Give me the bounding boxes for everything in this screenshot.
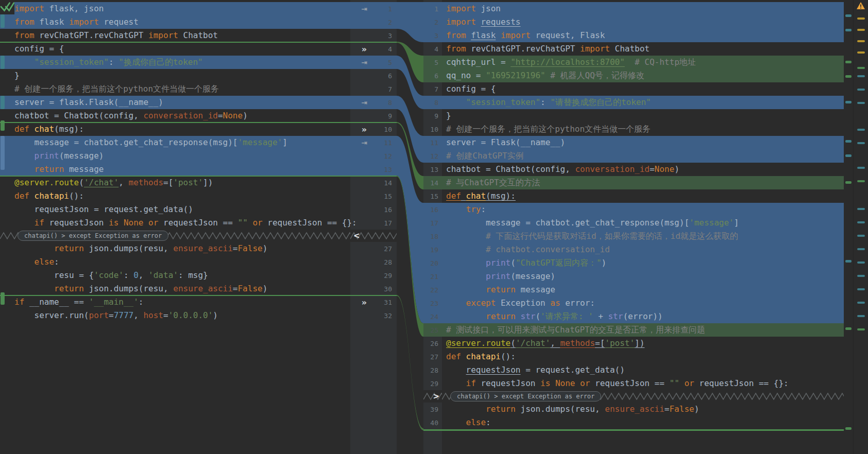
- apply-change-icon[interactable]: ⇥: [358, 58, 371, 66]
- change-stripe-mark[interactable]: [857, 129, 865, 131]
- apply-change-icon[interactable]: ⇥: [358, 98, 371, 107]
- code-token: if: [35, 218, 44, 228]
- code-token: =: [163, 310, 168, 320]
- line-number: 23: [423, 300, 442, 307]
- gutter-cell: 40: [423, 416, 442, 429]
- change-stripe-mark[interactable]: [845, 181, 852, 184]
- fold-chevron-icon[interactable]: »: [358, 44, 371, 54]
- change-stripe-mark[interactable]: [857, 261, 865, 264]
- expand-fold-icon[interactable]: <: [353, 231, 360, 240]
- gutter-cell: 24: [423, 310, 442, 323]
- code-line: qq_no = "1695219196" # 机器人QQ号，记得修改: [442, 69, 844, 82]
- code-token: message = chatbot.get_chat_response(msg)…: [446, 218, 689, 228]
- gutter-cell: »31: [350, 295, 397, 309]
- change-stripe-mark[interactable]: [1, 136, 5, 170]
- code-token: (msg):: [54, 124, 84, 134]
- code-token: return: [54, 284, 84, 293]
- error-stripe[interactable]: [853, 0, 868, 454]
- change-stripe-mark[interactable]: [845, 14, 852, 17]
- change-stripe-mark[interactable]: [845, 140, 852, 143]
- change-stripe-mark[interactable]: [857, 67, 865, 69]
- apply-change-icon[interactable]: ⇥: [358, 138, 371, 147]
- gutter-cell: 29: [350, 269, 397, 282]
- change-stripe-mark[interactable]: [857, 142, 865, 144]
- code-token: 'message': [689, 218, 734, 228]
- change-stripe-mark[interactable]: [845, 101, 852, 103]
- change-stripe-mark[interactable]: [1, 56, 5, 69]
- inspections-passed-icon[interactable]: [0, 1, 14, 13]
- code-token: :: [109, 57, 118, 67]
- line-number: 29: [371, 272, 397, 280]
- change-stripe-mark[interactable]: [845, 260, 852, 263]
- code-token: revChatGPT.revChatGPT: [35, 30, 149, 40]
- change-stripe-mark[interactable]: [845, 154, 852, 157]
- line-number: 26: [423, 340, 442, 347]
- change-stripe-mark[interactable]: [857, 29, 865, 31]
- apply-change-icon[interactable]: ⇥: [358, 5, 371, 13]
- change-stripe-mark[interactable]: [857, 102, 865, 104]
- code-token: :: [54, 257, 59, 267]
- code-token: (: [510, 338, 516, 348]
- change-stripe-mark[interactable]: [845, 61, 852, 63]
- change-stripe-mark[interactable]: [857, 221, 865, 223]
- line-number: 12: [371, 152, 397, 160]
- code-token: :: [139, 297, 144, 307]
- change-stripe-mark[interactable]: [857, 40, 865, 42]
- change-stripe-mark[interactable]: [1, 292, 5, 305]
- code-line: chatbot = Chatbot(config, conversation_i…: [442, 163, 844, 176]
- fold-chevron-icon[interactable]: »: [358, 125, 371, 134]
- change-stripe-mark[interactable]: [845, 427, 852, 430]
- code-line: }: [442, 109, 844, 123]
- change-stripe-mark[interactable]: [845, 75, 852, 78]
- change-stripe-mark[interactable]: [1, 14, 5, 28]
- code-token: chatbot = Chatbot(config,: [446, 164, 575, 174]
- code-token: config = {: [446, 84, 496, 94]
- code-line: except Exception as error:: [442, 296, 844, 310]
- warning-triangle-icon[interactable]: [856, 2, 865, 10]
- code-token: methods: [129, 178, 163, 187]
- code-token: server = Flask(__name__): [446, 137, 565, 147]
- code-token: "1695219196": [486, 71, 546, 80]
- change-stripe-mark[interactable]: [857, 328, 865, 330]
- code-token: [575, 378, 580, 388]
- folded-region-label[interactable]: chatapi() > except Exception as error: [18, 231, 168, 241]
- change-stripe-mark[interactable]: [857, 180, 865, 182]
- change-stripe-mark[interactable]: [857, 288, 865, 290]
- change-stripe-mark[interactable]: [857, 167, 865, 169]
- change-stripe-mark[interactable]: [857, 51, 865, 54]
- code-line: else:: [442, 416, 844, 429]
- inspections-status-box[interactable]: [0, 0, 14, 14]
- code-line: if requestJson is None or requestJson ==…: [0, 216, 350, 230]
- change-stripe-mark[interactable]: [857, 235, 865, 237]
- code-token: "session_token": [35, 57, 109, 67]
- line-number: 13: [423, 166, 442, 173]
- code-token: =[: [595, 338, 605, 348]
- change-stripe-mark[interactable]: [1, 120, 5, 131]
- line-number: 5: [423, 59, 442, 66]
- right-scroll-stripe[interactable]: [844, 0, 853, 454]
- change-stripe-mark[interactable]: [857, 275, 865, 277]
- code-token: "请替换成您自己的token": [550, 97, 651, 107]
- change-stripe-mark[interactable]: [845, 327, 852, 330]
- code-token: [446, 258, 486, 268]
- change-stripe-mark[interactable]: [857, 315, 865, 317]
- change-stripe-mark[interactable]: [857, 302, 865, 304]
- code-line: server = Flask(__name__): [442, 136, 844, 149]
- change-stripe-mark[interactable]: [857, 89, 865, 91]
- code-token: is: [540, 378, 550, 388]
- folded-region-label[interactable]: chatapi() > except Exception as error: [450, 391, 601, 401]
- code-token: config = {: [14, 44, 64, 54]
- code-line: print("ChatGPT返回内容："): [442, 256, 844, 270]
- change-stripe-mark[interactable]: [1, 96, 5, 109]
- change-stripe-mark[interactable]: [857, 18, 865, 20]
- code-token: chatapi: [466, 352, 501, 361]
- change-stripe-mark[interactable]: [857, 75, 865, 77]
- change-stripe-mark[interactable]: [845, 29, 852, 31]
- change-stripe-mark[interactable]: [857, 248, 865, 250]
- change-stripe-mark[interactable]: [857, 208, 865, 210]
- expand-fold-icon[interactable]: >: [433, 392, 439, 401]
- fold-chevron-icon[interactable]: »: [358, 298, 371, 307]
- right-code-column: import jsonimport requestsfrom flask imp…: [442, 0, 844, 454]
- code-token: (message): [59, 151, 104, 161]
- code-token: None: [223, 111, 243, 120]
